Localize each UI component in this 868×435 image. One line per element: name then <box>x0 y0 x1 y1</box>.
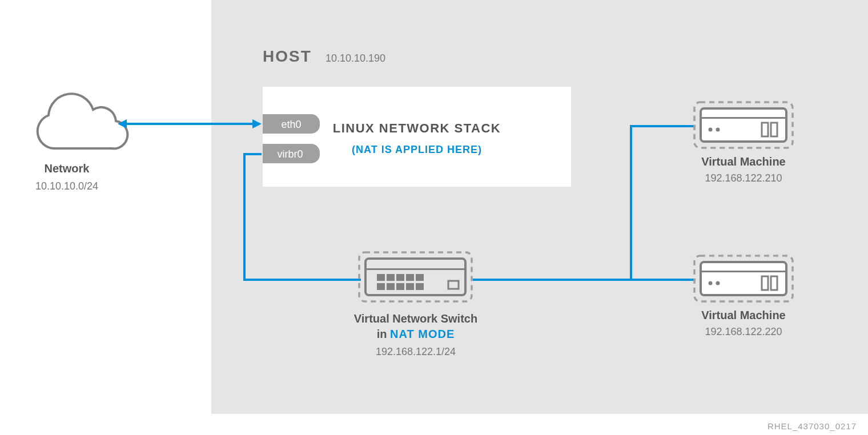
svg-rect-11 <box>377 283 385 290</box>
cloud-icon <box>38 94 128 148</box>
svg-rect-15 <box>416 283 424 290</box>
switch-ip: 192.168.122.1/24 <box>376 346 456 357</box>
vm1-ip: 192.168.122.210 <box>705 172 782 184</box>
vm2-label: Virtual Machine <box>701 309 785 321</box>
svg-rect-6 <box>377 274 385 281</box>
linux-stack-title: LINUX NETWORK STACK <box>333 121 501 135</box>
virbr0-label: virbr0 <box>277 148 303 160</box>
vm2-ip: 192.168.122.220 <box>705 326 782 337</box>
network-cidr: 10.10.10.0/24 <box>35 180 98 192</box>
svg-rect-10 <box>416 274 424 281</box>
switch-label-2: in NAT MODE <box>377 328 455 340</box>
vm1-icon <box>694 102 793 148</box>
network-label: Network <box>45 162 90 175</box>
host-ip: 10.10.10.190 <box>326 53 385 64</box>
svg-rect-14 <box>406 283 414 290</box>
svg-rect-9 <box>406 274 414 281</box>
switch-mode: NAT MODE <box>390 328 455 340</box>
nat-diagram: HOST 10.10.10.190 LINUX NETWORK STACK (N… <box>0 0 868 435</box>
footer-id: RHEL_437030_0217 <box>767 421 857 431</box>
svg-rect-7 <box>387 274 395 281</box>
linux-stack-box <box>263 87 571 187</box>
eth0-pill: eth0 <box>263 114 320 134</box>
svg-rect-8 <box>396 274 404 281</box>
svg-rect-12 <box>387 283 395 290</box>
svg-rect-13 <box>396 283 404 290</box>
eth0-label: eth0 <box>281 119 301 130</box>
switch-label-1: Virtual Network Switch <box>354 312 477 325</box>
host-title: HOST <box>263 47 312 65</box>
virbr0-pill: virbr0 <box>263 144 320 163</box>
vm1-label: Virtual Machine <box>701 155 785 168</box>
vm2-icon <box>694 256 793 301</box>
nat-applied-note: (NAT IS APPLIED HERE) <box>352 144 482 155</box>
svg-rect-5 <box>365 268 465 270</box>
switch-in: in <box>377 328 390 340</box>
